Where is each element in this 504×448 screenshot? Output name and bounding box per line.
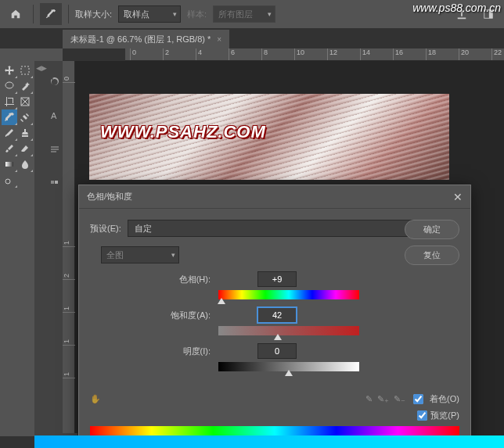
healing-tool[interactable] [17, 109, 33, 125]
document-image: WWW.PSAHZ.COM [89, 94, 449, 180]
eyedropper-tool[interactable] [2, 109, 17, 125]
ok-button[interactable]: 确定 [405, 220, 459, 239]
lightness-label: 明度(I): [101, 346, 211, 357]
toolbox [0, 61, 34, 436]
paragraph-panel-icon[interactable] [50, 145, 61, 156]
hue-slider[interactable] [218, 290, 359, 299]
magic-wand-tool[interactable] [17, 78, 33, 94]
eyedropper-plus-icon[interactable]: ✎₊ [377, 394, 389, 404]
stamp-tool[interactable] [17, 125, 33, 141]
eyedropper-icon[interactable]: ✎ [365, 394, 373, 404]
preset-label: 预设(E): [90, 223, 121, 235]
marquee-tool[interactable] [17, 63, 33, 78]
saturation-slider[interactable] [218, 326, 359, 335]
preset-dropdown[interactable]: 自定 [128, 220, 442, 237]
svg-rect-2 [21, 66, 29, 74]
scrubby-icon[interactable]: ✋ [90, 394, 101, 404]
hue-saturation-dialog: 色相/饱和度 ✕ 预设(E): 自定 ⚙. 确定 复位 全图 色相(H): 饱和… [78, 185, 471, 444]
move-tool[interactable] [2, 63, 17, 78]
eyedropper-minus-icon[interactable]: ✎₋ [394, 394, 405, 404]
close-icon[interactable]: ✕ [453, 191, 463, 203]
hue-input[interactable] [257, 271, 297, 287]
preview-checkbox[interactable]: 预览(P) [417, 410, 459, 421]
svg-point-8 [5, 179, 10, 184]
close-tab-icon[interactable]: × [217, 35, 221, 44]
vertical-ruler: 0 1 2 1 1 1 [63, 61, 75, 436]
document-tabs: 未标题-1 @ 66.7% (图层 1, RGB/8) * × [0, 28, 504, 48]
svg-point-3 [5, 82, 13, 88]
hue-label: 色相(H): [101, 274, 211, 285]
sample-size-dropdown[interactable]: 取样点 [118, 5, 181, 23]
svg-rect-7 [5, 162, 13, 167]
channel-dropdown[interactable]: 全图 [101, 246, 179, 263]
svg-text:A: A [51, 111, 57, 120]
saturation-input[interactable] [257, 307, 297, 323]
sample-label: 样本: [187, 9, 207, 20]
cancel-button[interactable]: 复位 [405, 246, 459, 265]
sample-size-label: 取样大小: [75, 9, 112, 20]
horizontal-ruler: 0 2 4 6 8 10 12 14 16 18 20 22 24 [125, 48, 504, 61]
site-watermark: www.ps88.com.cn [412, 2, 501, 14]
dialog-title: 色相/饱和度 [87, 191, 132, 202]
dialog-titlebar[interactable]: 色相/饱和度 ✕ [79, 185, 470, 209]
swatches-panel-icon[interactable] [50, 180, 61, 191]
brush-tool[interactable] [2, 125, 17, 141]
eyedropper-tool-icon[interactable] [40, 3, 62, 25]
history-brush-tool[interactable] [2, 141, 17, 156]
collapsed-panel-left[interactable]: ◀▶ [34, 61, 49, 436]
tab-title: 未标题-1 @ 66.7% (图层 1, RGB/8) * [70, 34, 211, 45]
svg-rect-10 [51, 181, 54, 184]
lasso-tool[interactable] [2, 78, 17, 94]
frame-tool[interactable] [17, 94, 33, 109]
blur-tool[interactable] [17, 156, 33, 172]
saturation-label: 饱和度(A): [101, 310, 211, 321]
history-panel-icon[interactable] [50, 77, 61, 88]
eraser-tool[interactable] [17, 141, 33, 156]
svg-rect-11 [55, 181, 58, 184]
crop-tool[interactable] [2, 94, 17, 109]
home-button[interactable] [5, 3, 27, 25]
sample-dropdown[interactable]: 所有图层 [213, 5, 275, 23]
lightness-slider[interactable] [218, 362, 359, 371]
gradient-tool[interactable] [2, 156, 17, 172]
bottom-color-strip [34, 435, 504, 448]
document-tab[interactable]: 未标题-1 @ 66.7% (图层 1, RGB/8) * × [63, 30, 229, 48]
lightness-input[interactable] [257, 343, 297, 359]
image-watermark: WWW.PSAHZ.COM [100, 122, 266, 142]
colorize-checkbox[interactable]: 着色(O) [413, 393, 459, 405]
character-panel-icon[interactable]: A [50, 111, 61, 122]
dodge-tool[interactable] [2, 172, 17, 188]
collapsed-panel: A [49, 61, 63, 436]
